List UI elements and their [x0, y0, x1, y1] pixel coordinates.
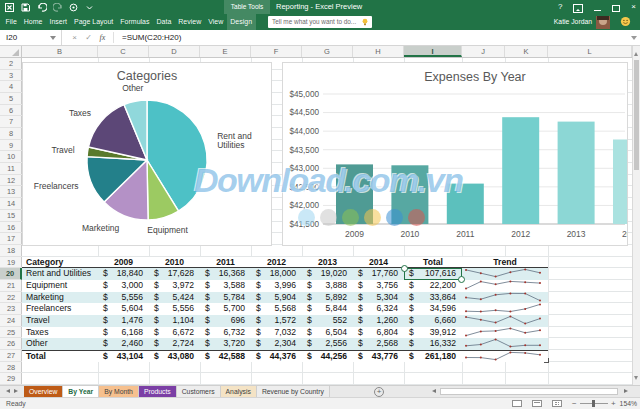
- save-icon[interactable]: [20, 2, 31, 13]
- sheet-tab-customers[interactable]: Customers: [177, 386, 221, 397]
- help-button[interactable]: ?: [558, 0, 562, 14]
- row-header-3[interactable]: 3: [0, 70, 22, 82]
- formula-text[interactable]: =SUM(C20:H20): [122, 30, 181, 45]
- cell-category[interactable]: Travel: [22, 315, 98, 327]
- sheet-tab-revenue-by-country[interactable]: Revenue by Country: [257, 386, 330, 397]
- header-category[interactable]: Category: [22, 257, 98, 269]
- feedback-smiley-icon[interactable]: [620, 16, 632, 28]
- row-header-5[interactable]: 5: [0, 93, 22, 105]
- ribbon-tab-file[interactable]: File: [2, 14, 20, 30]
- cell-2013[interactable]: $552: [302, 315, 353, 327]
- ribbon-display-options-button[interactable]: [573, 4, 583, 13]
- ribbon-tab-review[interactable]: Review: [175, 14, 205, 30]
- touch-mode-icon[interactable]: [68, 2, 79, 13]
- header-2014[interactable]: 2014: [353, 257, 404, 269]
- cell-2010[interactable]: $5,556: [149, 303, 200, 315]
- cell-2014[interactable]: $17,760: [353, 268, 404, 280]
- undo-icon[interactable]: [36, 2, 47, 13]
- cell-2013[interactable]: $5,892: [302, 292, 353, 304]
- row-header-9[interactable]: 9: [0, 140, 22, 152]
- row-header-29[interactable]: 29: [0, 373, 22, 385]
- cell-category[interactable]: Taxes: [22, 327, 98, 339]
- ribbon-tab-insert[interactable]: Insert: [46, 14, 71, 30]
- tell-me-search-box[interactable]: Tell me what you want to do...: [268, 16, 372, 28]
- redo-icon[interactable]: [52, 2, 63, 13]
- cell-category[interactable]: Marketing: [22, 292, 98, 304]
- ribbon-tab-formulas[interactable]: Formulas: [117, 14, 153, 30]
- row-header-16[interactable]: 16: [0, 222, 22, 234]
- user-name[interactable]: Katie Jordan: [554, 14, 592, 30]
- cell-2014[interactable]: $5,304: [353, 292, 404, 304]
- cell-trend[interactable]: [462, 338, 548, 350]
- cell-2013[interactable]: $19,020: [302, 268, 353, 280]
- cell-trend[interactable]: [462, 292, 548, 304]
- name-box-dropdown-icon[interactable]: [50, 36, 56, 43]
- vertical-scrollbar-thumb[interactable]: [634, 60, 639, 170]
- excel-logo-icon[interactable]: [4, 2, 15, 13]
- row-header-8[interactable]: 8: [0, 128, 22, 140]
- cell-2014[interactable]: $6,324: [353, 303, 404, 315]
- column-header-D[interactable]: D: [149, 46, 200, 57]
- ribbon-tab-design[interactable]: Design: [227, 14, 256, 30]
- cell-2013[interactable]: $6,504: [302, 327, 353, 339]
- cell-2011[interactable]: $42,588: [200, 351, 251, 363]
- cell-total[interactable]: $261,180: [404, 351, 462, 363]
- cell-trend[interactable]: [462, 280, 548, 292]
- cell-category[interactable]: Total: [22, 351, 98, 363]
- cell-2014[interactable]: $2,568: [353, 338, 404, 350]
- row-header-15[interactable]: 15: [0, 210, 22, 222]
- column-header-C[interactable]: C: [98, 46, 149, 57]
- cell-2010[interactable]: $1,104: [149, 315, 200, 327]
- page-break-view-button[interactable]: [552, 400, 562, 407]
- column-header-L[interactable]: L: [548, 46, 632, 57]
- sheet-nav-right-icon[interactable]: [14, 389, 20, 393]
- cell-2012[interactable]: $3,996: [251, 280, 302, 292]
- cell-total[interactable]: $33,864: [404, 292, 462, 304]
- ribbon-tab-home[interactable]: Home: [20, 14, 46, 30]
- sheet-tab-overview[interactable]: Overview: [24, 386, 63, 397]
- cell-2010[interactable]: $43,080: [149, 351, 200, 363]
- cell-2009[interactable]: $43,104: [98, 351, 149, 363]
- column-header-K[interactable]: K: [505, 46, 548, 57]
- zoom-percentage[interactable]: 154%: [620, 398, 637, 409]
- row-header-25[interactable]: 25: [0, 327, 22, 339]
- cell-2012[interactable]: $18,000: [251, 268, 302, 280]
- cell-total[interactable]: $16,332: [404, 338, 462, 350]
- enter-icon[interactable]: ✓: [82, 30, 95, 45]
- zoom-in-button[interactable]: +: [611, 398, 616, 409]
- row-header-13[interactable]: 13: [0, 186, 22, 198]
- vertical-scrollbar[interactable]: [632, 46, 640, 385]
- cell-2011[interactable]: $3,588: [200, 280, 251, 292]
- header-total[interactable]: Total: [404, 257, 462, 269]
- sheet-tab-products[interactable]: Products: [139, 386, 177, 397]
- cell-total[interactable]: $34,596: [404, 303, 462, 315]
- cell-2013[interactable]: $44,256: [302, 351, 353, 363]
- column-header-I[interactable]: I: [404, 46, 462, 57]
- row-header-21[interactable]: 21: [0, 280, 22, 292]
- column-header-B[interactable]: B: [22, 46, 98, 57]
- cell-total[interactable]: $6,660: [404, 315, 462, 327]
- cell-trend[interactable]: [462, 327, 548, 339]
- close-button[interactable]: ×: [631, 0, 636, 14]
- zoom-slider-thumb[interactable]: [592, 400, 595, 407]
- row-header-14[interactable]: 14: [0, 198, 22, 210]
- cell-2014[interactable]: $43,776: [353, 351, 404, 363]
- header-2011[interactable]: 2011: [200, 257, 251, 269]
- header-2012[interactable]: 2012: [251, 257, 302, 269]
- sheet-tab-by-month[interactable]: By Month: [99, 386, 139, 397]
- row-header-24[interactable]: 24: [0, 315, 22, 327]
- column-header-G[interactable]: G: [302, 46, 353, 57]
- zoom-out-button[interactable]: −: [572, 398, 577, 409]
- cell-category[interactable]: Rent and Utilities: [22, 268, 98, 280]
- restore-button[interactable]: [612, 5, 620, 12]
- cell-trend[interactable]: [462, 303, 548, 315]
- ribbon-tab-view[interactable]: View: [205, 14, 227, 30]
- cell-2009[interactable]: $3,000: [98, 280, 149, 292]
- cell-2012[interactable]: $5,568: [251, 303, 302, 315]
- cell-2011[interactable]: $5,784: [200, 292, 251, 304]
- row-header-12[interactable]: 12: [0, 175, 22, 187]
- cell-2011[interactable]: $696: [200, 315, 251, 327]
- cell-2013[interactable]: $5,844: [302, 303, 353, 315]
- cell-total[interactable]: $39,912: [404, 327, 462, 339]
- cell-2013[interactable]: $2,556: [302, 338, 353, 350]
